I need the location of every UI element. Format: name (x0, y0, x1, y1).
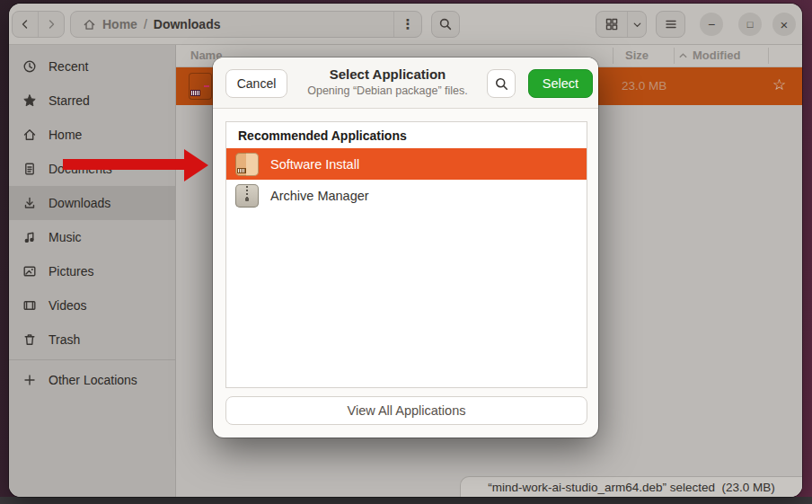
recommended-apps-list: Recommended Applications Software Instal… (225, 121, 587, 388)
sidebar-item-label: Recent (49, 59, 88, 74)
sidebar-separator (9, 359, 175, 360)
file-size: 23.0 MB (622, 79, 666, 93)
sidebar-item-other-locations[interactable]: Other Locations (9, 363, 175, 397)
maximize-icon: □ (747, 20, 754, 30)
search-icon (438, 17, 453, 31)
desktop: Home / Downloads ⋮ (0, 0, 812, 504)
breadcrumb-current[interactable]: Downloads (154, 17, 221, 31)
video-icon (22, 298, 37, 313)
sidebar-item-label: Other Locations (49, 373, 137, 387)
column-header-size[interactable]: Size (625, 49, 649, 62)
breadcrumb-home[interactable]: Home (102, 17, 137, 31)
dialog-subtitle: Opening “Debian package” files. (294, 84, 481, 97)
dialog-headerbar: Cancel Select Application Opening “Debia… (213, 57, 598, 109)
trash-icon (22, 332, 37, 347)
minimize-icon: − (708, 18, 715, 31)
sidebar-item-label: Pictures (49, 264, 94, 279)
cancel-button[interactable]: Cancel (225, 69, 287, 98)
sidebar-item-music[interactable]: Music (9, 220, 175, 254)
sidebar-item-recent[interactable]: Recent (9, 49, 175, 84)
hamburger-icon (664, 17, 678, 31)
deb-package-icon (189, 73, 212, 100)
app-row-software-install[interactable]: Software Install (226, 148, 587, 180)
search-button[interactable] (431, 11, 460, 38)
close-icon: × (781, 18, 789, 31)
breadcrumb-separator: / (144, 17, 147, 31)
sidebar-item-label: Starred (49, 93, 90, 108)
sidebar-item-label: Downloads (49, 196, 110, 210)
download-icon (22, 196, 37, 210)
column-header-modified[interactable]: Modified (693, 49, 740, 62)
sidebar-item-starred[interactable]: Starred (9, 84, 175, 118)
picture-icon (22, 264, 37, 279)
main-menu-button[interactable] (656, 11, 685, 38)
clock-icon (22, 59, 37, 74)
sidebar-item-videos[interactable]: Videos (9, 288, 175, 323)
sort-ascending-icon (678, 52, 688, 59)
breadcrumb-path: Home / Downloads (71, 17, 393, 31)
star-icon (22, 93, 37, 108)
headerbar: Home / Downloads ⋮ (9, 4, 802, 45)
desktop-bottom-strip (0, 497, 812, 504)
dialog-title-block: Select Application Opening “Debian packa… (294, 66, 481, 97)
music-note-icon (22, 230, 37, 244)
column-divider (613, 48, 613, 64)
chevron-right-icon (45, 18, 57, 31)
sidebar-item-label: Trash (49, 332, 80, 347)
dialog-title: Select Application (294, 66, 481, 82)
star-outline-icon[interactable]: ☆ (772, 75, 786, 94)
chevron-left-icon (19, 18, 31, 31)
sidebar: Recent Starred Home Documents Downloads … (9, 45, 176, 497)
home-icon (83, 18, 96, 31)
app-row-archive-manager[interactable]: Archive Manager (226, 180, 587, 211)
minimize-button[interactable]: − (700, 13, 723, 36)
sidebar-item-label: Home (49, 128, 82, 142)
annotation-arrow (54, 142, 216, 192)
maximize-button[interactable]: □ (738, 13, 762, 36)
sidebar-item-trash[interactable]: Trash (9, 323, 175, 357)
menu-dots-icon: ⋮ (402, 16, 415, 32)
forward-button[interactable] (38, 12, 64, 37)
software-install-icon (235, 153, 259, 176)
selection-status-text: “mind-work-ai-studio_arm64.deb” selected… (488, 481, 775, 494)
app-name: Software Install (270, 157, 359, 172)
grid-view-icon (605, 17, 619, 31)
location-menu-button[interactable]: ⋮ (393, 12, 421, 37)
view-all-applications-button[interactable]: View All Applications (225, 396, 587, 425)
document-icon (22, 162, 37, 176)
home-icon (22, 128, 37, 142)
nav-buttons (12, 11, 65, 38)
archive-manager-icon (235, 184, 259, 208)
close-button[interactable]: × (772, 13, 796, 36)
selection-status-bubble: “mind-work-ai-studio_arm64.deb” selected… (460, 476, 802, 497)
view-options-button[interactable] (627, 12, 646, 37)
breadcrumb[interactable]: Home / Downloads ⋮ (70, 11, 422, 38)
column-divider (768, 48, 769, 64)
chevron-down-icon (631, 19, 643, 31)
select-button[interactable]: Select (528, 69, 593, 98)
dialog-search-button[interactable] (487, 69, 516, 98)
view-toggle (596, 11, 647, 38)
search-icon (494, 76, 509, 92)
app-name: Archive Manager (270, 189, 369, 203)
back-button[interactable] (13, 12, 38, 37)
sidebar-item-label: Videos (49, 298, 87, 313)
plus-icon (22, 373, 37, 387)
section-header: Recommended Applications (226, 122, 587, 148)
sidebar-item-label: Music (49, 230, 82, 244)
grid-view-button[interactable] (596, 12, 627, 37)
select-application-dialog: Cancel Select Application Opening “Debia… (213, 57, 598, 438)
sidebar-item-pictures[interactable]: Pictures (9, 254, 175, 288)
column-divider (674, 48, 675, 64)
